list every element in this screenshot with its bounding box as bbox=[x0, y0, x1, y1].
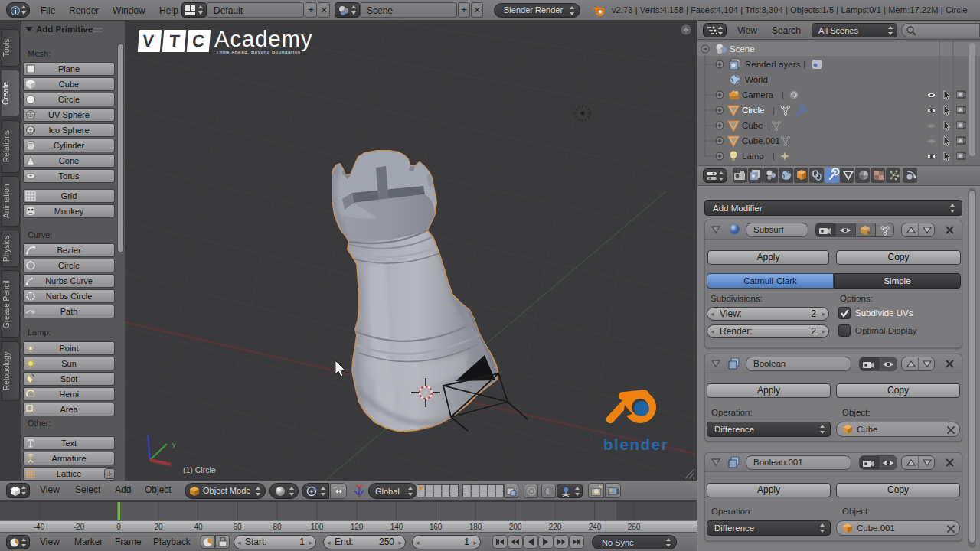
svg-text:blender: blender bbox=[603, 435, 668, 453]
svg-text:0: 0 bbox=[116, 523, 121, 531]
svg-text:|: | bbox=[773, 106, 775, 115]
svg-text:200: 200 bbox=[509, 523, 522, 531]
svg-text:220: 220 bbox=[549, 523, 562, 531]
svg-text:|: | bbox=[768, 121, 770, 130]
svg-text:Camera: Camera bbox=[742, 90, 774, 99]
svg-text:240: 240 bbox=[589, 523, 602, 531]
svg-text:World: World bbox=[745, 75, 768, 84]
svg-text:Circle: Circle bbox=[742, 106, 764, 115]
svg-text:Scene: Scene bbox=[730, 44, 755, 54]
svg-text:Cube.001: Cube.001 bbox=[742, 136, 780, 145]
svg-text:180: 180 bbox=[469, 523, 482, 531]
svg-text:140: 140 bbox=[390, 523, 403, 531]
svg-text:Cube: Cube bbox=[742, 121, 763, 130]
svg-text:RenderLayers: RenderLayers bbox=[745, 60, 800, 69]
svg-text:60: 60 bbox=[233, 523, 242, 531]
svg-text:160: 160 bbox=[430, 523, 443, 531]
svg-text:260: 260 bbox=[628, 523, 641, 531]
svg-text:40: 40 bbox=[194, 523, 203, 531]
svg-text:|: | bbox=[782, 90, 784, 99]
svg-text:y: y bbox=[172, 441, 176, 448]
svg-text:100: 100 bbox=[311, 523, 324, 531]
svg-text:-20: -20 bbox=[74, 523, 85, 531]
svg-text:-40: -40 bbox=[34, 523, 45, 531]
svg-text:20: 20 bbox=[154, 523, 163, 531]
svg-text:Lamp: Lamp bbox=[742, 152, 764, 161]
svg-text:80: 80 bbox=[273, 523, 282, 531]
svg-text:120: 120 bbox=[351, 523, 364, 531]
svg-text:|: | bbox=[773, 152, 775, 161]
svg-text:|: | bbox=[803, 60, 805, 69]
